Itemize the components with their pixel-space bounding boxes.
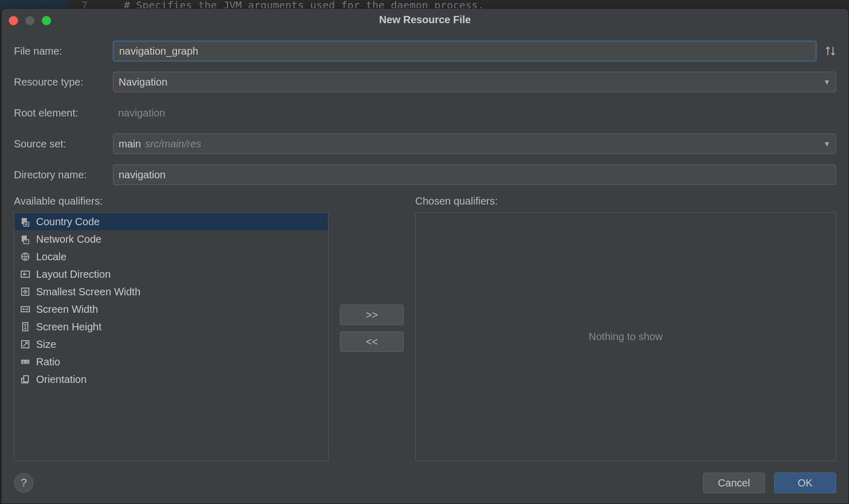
maximize-icon[interactable]	[42, 16, 51, 25]
source-set-hint: src/main/res	[145, 138, 201, 150]
swap-icon[interactable]	[825, 45, 836, 57]
screen-width-icon	[20, 304, 31, 315]
traffic-lights	[9, 16, 51, 25]
dialog-titlebar: New Resource File	[2, 9, 848, 30]
resource-type-row: Resource type: Navigation ▼	[14, 72, 836, 92]
available-qualifiers-list[interactable]: Country CodeNetwork CodeLocaleLayout Dir…	[14, 212, 329, 461]
root-element-label: Root element:	[14, 107, 113, 119]
qualifier-item[interactable]: Smallest Screen Width	[14, 283, 328, 300]
dialog-title: New Resource File	[379, 14, 471, 26]
country-code-icon	[20, 216, 31, 227]
source-set-value: main	[119, 138, 141, 150]
file-name-label: File name:	[14, 45, 113, 57]
qualifier-item-label: Layout Direction	[36, 268, 111, 280]
dialog-footer: ? Cancel OK	[2, 466, 848, 503]
qualifier-item-label: Screen Width	[36, 304, 98, 315]
qualifier-item-label: Locale	[36, 251, 67, 263]
chosen-empty-text: Nothing to show	[589, 331, 662, 343]
help-button[interactable]: ?	[14, 473, 34, 493]
qualifier-item-label: Orientation	[36, 374, 87, 385]
chevron-down-icon: ▼	[823, 78, 830, 86]
file-name-row: File name:	[14, 41, 836, 61]
ratio-icon: 4:3	[20, 356, 31, 367]
qualifier-item-label: Smallest Screen Width	[36, 286, 140, 298]
minimize-icon[interactable]	[25, 16, 35, 25]
available-qualifiers-col: Available qualifiers: Country CodeNetwor…	[14, 195, 329, 461]
qualifier-item-label: Size	[36, 339, 56, 350]
remove-qualifier-button[interactable]: <<	[340, 331, 404, 352]
new-resource-file-dialog: New Resource File File name: Resource ty…	[1, 8, 849, 504]
qualifier-item[interactable]: Network Code	[14, 230, 328, 248]
root-element-row: Root element: navigation	[14, 103, 836, 123]
qualifier-item[interactable]: Screen Height	[14, 318, 328, 335]
qualifier-item-label: Ratio	[36, 356, 60, 368]
qualifier-item[interactable]: Orientation	[14, 371, 328, 388]
qualifier-item-label: Country Code	[36, 216, 100, 228]
size-icon	[20, 339, 31, 350]
chosen-qualifiers-label: Chosen qualifiers:	[415, 195, 836, 207]
qualifier-item-label: Network Code	[36, 233, 102, 245]
qualifiers-section: Available qualifiers: Country CodeNetwor…	[14, 195, 836, 461]
available-qualifiers-label: Available qualifiers:	[14, 195, 329, 207]
qualifier-item[interactable]: Screen Width	[14, 300, 328, 318]
resource-type-value: Navigation	[119, 76, 168, 88]
chevron-down-icon: ▼	[823, 140, 830, 148]
source-set-combo[interactable]: main src/main/res ▼	[113, 133, 836, 154]
smallest-width-icon	[20, 286, 31, 297]
svg-text:4:3: 4:3	[22, 360, 29, 364]
qualifier-item[interactable]: Country Code	[14, 213, 328, 230]
directory-name-input[interactable]	[113, 164, 836, 185]
add-qualifier-button[interactable]: >>	[340, 305, 404, 325]
qualifier-transfer-buttons: >> <<	[336, 195, 408, 461]
network-code-icon	[20, 233, 31, 245]
source-set-label: Source set:	[14, 138, 113, 150]
resource-type-label: Resource type:	[14, 76, 113, 88]
screen-height-icon	[20, 321, 31, 332]
svg-point-2	[25, 223, 27, 225]
locale-icon	[20, 251, 31, 262]
ok-button[interactable]: OK	[774, 473, 836, 493]
directory-name-row: Directory name:	[14, 164, 836, 185]
dialog-content: File name: Resource type: Navigation ▼	[2, 30, 848, 466]
qualifier-item[interactable]: Layout Direction	[14, 265, 328, 283]
svg-rect-14	[24, 376, 28, 382]
directory-name-label: Directory name:	[14, 169, 113, 181]
chosen-qualifiers-list[interactable]: Nothing to show	[415, 212, 836, 461]
root-element-value: navigation	[113, 103, 836, 123]
help-icon: ?	[21, 476, 27, 490]
close-icon[interactable]	[9, 16, 18, 25]
file-name-input[interactable]	[113, 41, 817, 61]
qualifier-item[interactable]: Size	[14, 335, 328, 353]
orientation-icon	[20, 374, 31, 385]
source-set-row: Source set: main src/main/res ▼	[14, 133, 836, 154]
chosen-qualifiers-col: Chosen qualifiers: Nothing to show	[415, 195, 836, 461]
qualifier-item-label: Screen Height	[36, 321, 102, 333]
resource-type-combo[interactable]: Navigation ▼	[113, 72, 836, 92]
qualifier-item[interactable]: Locale	[14, 248, 328, 265]
qualifier-item[interactable]: 4:3Ratio	[14, 353, 328, 371]
layout-direction-icon	[20, 268, 31, 280]
cancel-button[interactable]: Cancel	[703, 473, 765, 493]
